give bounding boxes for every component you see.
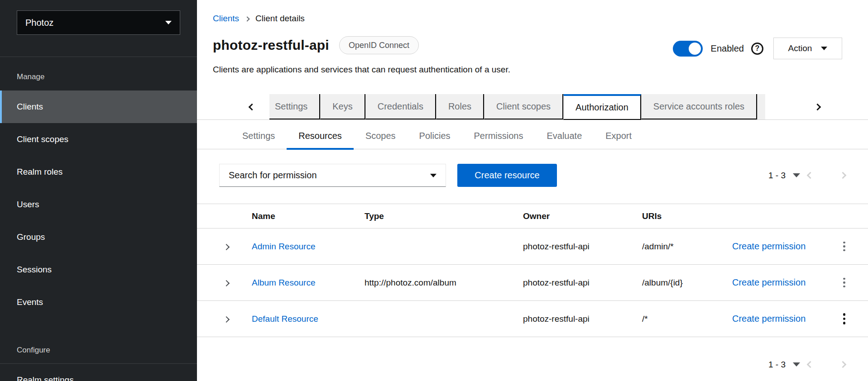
row-kebab-menu[interactable] [839,238,849,255]
resource-uri: /album/{id} [642,278,716,288]
chevron-right-icon [223,243,230,250]
chevron-right-icon [814,103,821,110]
pagination-range: 1 - 3 [768,171,786,181]
chevron-down-icon [430,174,436,177]
chevron-left-icon [806,361,814,368]
pagination-next-button[interactable] [833,355,853,375]
tab-settings[interactable]: Settings [269,94,320,119]
create-permission-link[interactable]: Create permission [732,241,806,251]
tabs-scroll-right-button[interactable] [807,94,827,119]
nav-section-configure: Configure [0,337,197,364]
row-kebab-menu[interactable] [839,310,849,328]
sidebar: Photoz Manage Clients Client scopes Real… [0,0,197,381]
expand-row-button[interactable] [197,278,252,288]
chevron-left-icon [806,172,814,179]
action-dropdown-label: Action [788,43,812,53]
tab-client-scopes[interactable]: Client scopes [484,94,563,119]
search-permission-dropdown[interactable]: Search for permission [219,164,446,187]
chevron-right-icon [839,361,846,368]
realm-selector-value: Photoz [25,18,53,28]
pagination-menu-icon[interactable] [793,362,800,367]
breadcrumb-separator-icon [245,16,249,21]
subtab-evaluate[interactable]: Evaluate [535,123,594,149]
chevron-down-icon [165,21,172,24]
subtab-policies[interactable]: Policies [408,123,462,149]
column-header-owner: Owner [523,211,642,221]
page-title: photoz-restful-api [213,38,329,53]
tab-service-accounts-roles[interactable]: Service accounts roles [641,94,757,119]
tab-authorization[interactable]: Authorization [563,94,641,120]
header-controls: Enabled ? Action [673,38,842,59]
tab-credentials[interactable]: Credentials [365,94,436,119]
sidebar-item-clients[interactable]: Clients [0,90,197,123]
search-permission-placeholder: Search for permission [229,170,317,181]
breadcrumb: Clients Client details [213,14,305,24]
help-icon[interactable]: ? [751,43,763,55]
tab-keys[interactable]: Keys [320,94,365,119]
breadcrumb-clients-link[interactable]: Clients [213,14,239,24]
sidebar-item-client-scopes[interactable]: Client scopes [0,123,197,156]
chevron-right-icon [223,316,230,322]
sidebar-item-users[interactable]: Users [0,188,197,221]
tab-strip: Settings Keys Credentials Roles Client s… [269,94,801,120]
resource-name-link[interactable]: Album Resource [252,278,315,287]
table-row: Admin Resource photoz-restful-api /admin… [197,229,868,265]
bottom-pagination: 1 - 3 [768,353,853,376]
nav-section-manage: Manage [0,63,197,90]
chevron-right-icon [223,280,230,286]
action-dropdown-button[interactable]: Action [773,38,842,59]
sidebar-item-realm-roles[interactable]: Realm roles [0,156,197,188]
expand-row-button[interactable] [197,242,252,252]
subtab-resources[interactable]: Resources [287,123,354,149]
row-kebab-menu[interactable] [839,274,849,291]
resource-type: http://photoz.com/album [364,278,523,288]
create-permission-link[interactable]: Create permission [732,314,806,324]
expand-row-button[interactable] [197,314,252,324]
column-header-uris: URIs [642,211,716,221]
resources-toolbar: Search for permission Create resource 1 … [197,164,868,187]
chevron-left-icon [248,103,255,110]
bottom-pagination-row: 1 - 3 [197,353,868,376]
top-pagination: 1 - 3 [768,164,853,187]
enabled-toggle[interactable] [673,41,703,57]
tab-roles[interactable]: Roles [436,94,484,119]
resource-name-link[interactable]: Default Resource [252,314,318,324]
main-content: Clients Client details photoz-restful-ap… [197,0,868,381]
resources-table: Name Type Owner URIs Admin Resource phot… [197,204,868,337]
sidebar-item-realm-settings[interactable]: Realm settings [0,364,197,381]
pagination-next-button[interactable] [833,166,853,186]
pagination-range: 1 - 3 [768,360,786,370]
subtab-permissions[interactable]: Permissions [462,123,535,149]
sidebar-item-groups[interactable]: Groups [0,221,197,253]
realm-selector[interactable]: Photoz [17,10,180,35]
table-header-row: Name Type Owner URIs [197,204,868,229]
client-description: Clients are applications and services th… [213,65,510,75]
sidebar-item-sessions[interactable]: Sessions [0,253,197,286]
resource-owner: photoz-restful-api [523,278,642,288]
table-row: Default Resource photoz-restful-api /* C… [197,301,868,337]
client-tabs: Settings Keys Credentials Roles Client s… [197,94,868,120]
table-row: Album Resource http://photoz.com/album p… [197,265,868,301]
resource-uri: /* [642,314,716,324]
chevron-down-icon [821,47,827,50]
create-permission-link[interactable]: Create permission [732,277,806,287]
pagination-prev-button[interactable] [800,355,820,375]
enabled-label: Enabled [711,43,744,54]
subtab-scopes[interactable]: Scopes [354,123,408,149]
resource-uri: /admin/* [642,242,716,252]
column-header-type: Type [364,211,523,221]
breadcrumb-current: Client details [255,14,305,24]
sidebar-item-events[interactable]: Events [0,286,197,319]
chevron-right-icon [839,172,846,179]
sidebar-top: Photoz [0,10,197,57]
pagination-prev-button[interactable] [800,166,820,186]
subtab-export[interactable]: Export [594,123,643,149]
keycloak-admin-console: Photoz Manage Clients Client scopes Real… [0,0,868,381]
resource-name-link[interactable]: Admin Resource [252,242,315,251]
tabs-scroll-left-button[interactable] [242,94,262,119]
pagination-menu-icon[interactable] [793,173,800,177]
tab-clipped-next [757,94,765,119]
create-resource-button[interactable]: Create resource [457,164,557,187]
column-header-name: Name [252,211,364,221]
subtab-settings[interactable]: Settings [230,123,287,149]
